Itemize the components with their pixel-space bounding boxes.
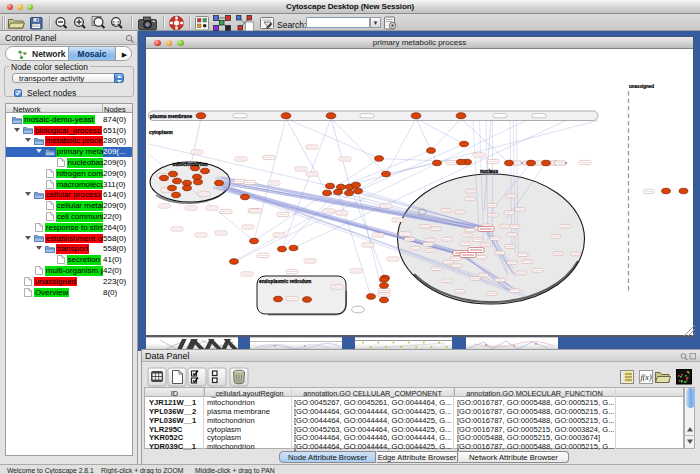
svg-text:mitochondrion: mitochondrion — [173, 161, 208, 167]
svg-text:1:1: 1:1 — [112, 20, 120, 26]
svg-text:cytoplasm: cytoplasm — [149, 130, 173, 135]
svg-text:unassigned: unassigned — [629, 84, 654, 89]
svg-text:endoplasmic reticulum: endoplasmic reticulum — [259, 279, 311, 284]
svg-text:f(x): f(x) — [640, 373, 651, 382]
svg-text:nucleus: nucleus — [480, 169, 498, 174]
svg-text:plasma membrane: plasma membrane — [150, 114, 192, 119]
